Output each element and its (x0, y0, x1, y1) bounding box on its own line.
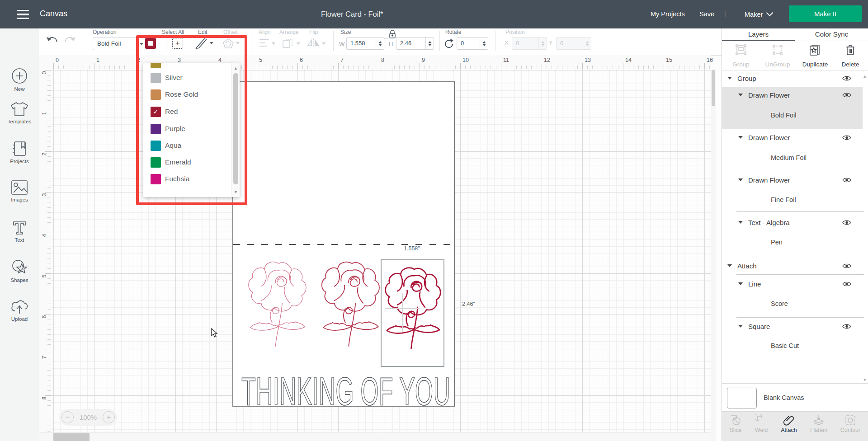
collapse-chevron-icon[interactable] (738, 178, 743, 181)
ruler-number: 4 (41, 230, 47, 241)
scroll-up-icon[interactable]: ▲ (232, 66, 240, 70)
layer-fine-foil[interactable]: Fine Foil (771, 196, 796, 203)
selection-bounding-box[interactable] (381, 259, 444, 367)
visibility-eye-icon[interactable] (842, 281, 851, 287)
redo-icon[interactable] (63, 36, 77, 48)
layer-drawn-flower-3[interactable]: Drawn Flower (748, 176, 790, 184)
ruler-number: 16 (707, 57, 713, 63)
color-option-purple[interactable]: Purple (143, 121, 231, 137)
scrollbar-thumb[interactable] (712, 70, 715, 106)
select-all-label[interactable]: Select All (162, 29, 184, 35)
color-option-partial-gold[interactable] (151, 63, 161, 68)
color-option-silver[interactable]: Silver (143, 70, 231, 86)
chevron-down-icon[interactable] (210, 42, 213, 44)
collapse-chevron-icon[interactable] (727, 77, 732, 80)
color-option-rose-gold[interactable]: Rose Gold (143, 86, 231, 103)
ruler-number: 6 (41, 311, 47, 322)
delete-button[interactable]: Delete (832, 61, 868, 68)
zoom-out-button[interactable]: − (61, 411, 74, 423)
layer-drawn-flower-2[interactable]: Drawn Flower (748, 134, 790, 141)
layer-line[interactable]: Line (748, 280, 761, 288)
machine-selector[interactable]: Maker (745, 10, 772, 18)
chevron-down-icon (140, 43, 143, 45)
layer-group-label[interactable]: Group (737, 75, 756, 82)
visibility-eye-icon[interactable] (842, 92, 851, 98)
my-projects-link[interactable]: My Projects (651, 10, 685, 18)
card-sentiment-text[interactable]: THINKING OF YOU (240, 366, 456, 407)
color-option-emerald[interactable]: Emerald (143, 154, 231, 171)
visibility-eye-icon[interactable] (842, 263, 851, 269)
operation-select[interactable]: Bold Foil (93, 38, 147, 50)
sidebar-item-shapes[interactable]: Shapes (0, 259, 39, 283)
edit-label[interactable]: Edit (198, 29, 208, 35)
dropdown-scrollbar[interactable]: ▲ ▼ (231, 63, 240, 197)
layer-basic-cut[interactable]: Basic Cut (771, 342, 799, 349)
layer-color-swatch-button[interactable] (145, 38, 156, 49)
visibility-eye-icon[interactable] (842, 75, 851, 81)
layer-bold-foil[interactable]: Bold Foil (771, 112, 796, 119)
layer-text-algebra[interactable]: Text - Algebra (748, 219, 790, 226)
width-input[interactable]: 1.558 (346, 37, 384, 50)
layer-pen[interactable]: Pen (771, 239, 783, 246)
tab-color-sync[interactable]: Color Sync (795, 28, 868, 41)
collapse-chevron-icon[interactable] (738, 282, 743, 285)
weld-icon (755, 414, 767, 426)
visibility-eye-icon[interactable] (842, 135, 851, 141)
zoom-in-button[interactable]: + (103, 411, 115, 423)
sidebar-item-new[interactable]: New (0, 67, 39, 92)
color-option-aqua[interactable]: Aqua (143, 137, 231, 154)
collapse-chevron-icon[interactable] (738, 325, 743, 328)
layer-attach-group[interactable]: Attach (737, 262, 757, 270)
canvas-horizontal-scrollbar[interactable] (39, 432, 711, 441)
x-input: 0 (512, 37, 547, 50)
offset-label: Offset (223, 29, 238, 35)
edit-tools-icon[interactable] (195, 38, 208, 49)
width-stepper[interactable] (376, 38, 384, 49)
undo-icon[interactable] (45, 36, 59, 48)
collapse-chevron-icon[interactable] (738, 94, 743, 96)
save-link[interactable]: Save (699, 10, 714, 18)
color-option-red[interactable]: ✓Red (143, 103, 231, 120)
blank-canvas-thumbnail[interactable] (727, 388, 757, 408)
sidebar-item-templates[interactable]: Templates (0, 101, 39, 124)
height-stepper[interactable] (425, 38, 434, 49)
collapse-chevron-icon[interactable] (738, 221, 743, 224)
layer-score[interactable]: Score (771, 300, 788, 307)
scrollbar-thumb[interactable] (53, 433, 90, 441)
scroll-down-icon[interactable]: ▼ (232, 190, 240, 194)
sidebar-item-label: Images (11, 197, 28, 202)
panel-scroll-down-icon[interactable]: ▼ (863, 377, 867, 382)
layer-drawn-flower-1[interactable]: Drawn Flower (748, 91, 790, 99)
sidebar-item-projects[interactable]: Projects (0, 141, 39, 164)
blank-canvas-label: Blank Canvas (764, 394, 804, 401)
panel-scroll-up-icon[interactable]: ▲ (863, 74, 867, 79)
attach-button[interactable]: Attach (776, 414, 802, 433)
visibility-eye-icon[interactable] (842, 324, 851, 329)
collapse-chevron-icon[interactable] (738, 136, 743, 139)
size-label: Size (340, 29, 351, 35)
visibility-eye-icon[interactable] (842, 177, 851, 183)
height-input[interactable]: 2.46 (396, 37, 434, 50)
scrollbar-thumb[interactable] (233, 73, 238, 184)
layer-square[interactable]: Square (748, 323, 770, 330)
collapse-chevron-icon[interactable] (727, 264, 732, 267)
visibility-eye-icon[interactable] (842, 220, 851, 225)
sidebar-item-upload[interactable]: Upload (0, 299, 39, 322)
tab-layers[interactable]: Layers (722, 28, 795, 41)
slice-icon (730, 414, 741, 426)
rotate-input[interactable]: 0 (457, 37, 488, 50)
flower-medium-foil[interactable] (319, 256, 382, 362)
flower-fine-foil[interactable] (246, 256, 309, 362)
flatten-button: Flatten (806, 414, 831, 433)
rotate-icon[interactable] (443, 38, 454, 49)
make-it-button[interactable]: Make It (789, 5, 862, 22)
sidebar-item-images[interactable]: Images (0, 180, 39, 202)
select-all-icon[interactable]: + (172, 38, 183, 49)
color-option-fuchsia[interactable]: Fuchsia (143, 171, 231, 188)
menu-icon[interactable] (17, 10, 29, 19)
canvas-vertical-scrollbar[interactable] (711, 69, 716, 441)
sidebar-item-text[interactable]: Text (0, 220, 39, 243)
layer-medium-foil[interactable]: Medium Foil (771, 154, 807, 161)
duplicate-button[interactable]: Duplicate (797, 61, 833, 68)
rotate-stepper[interactable] (480, 38, 488, 49)
